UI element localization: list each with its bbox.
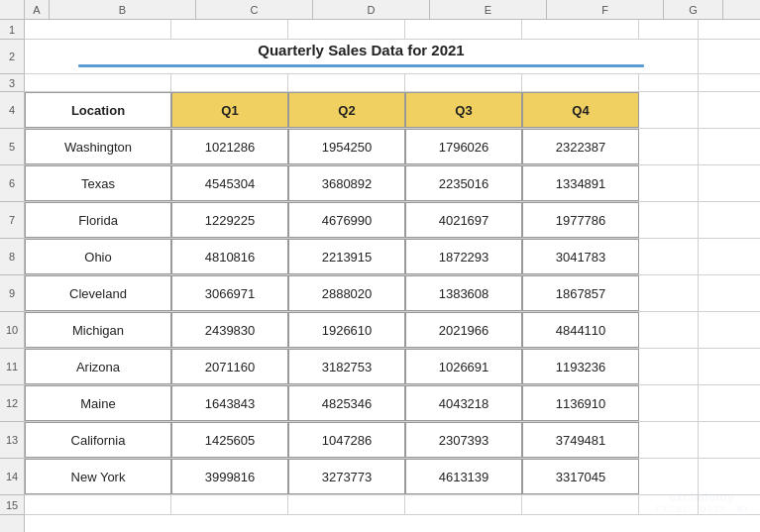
cell-e3[interactable]: [405, 74, 522, 91]
cell-c1[interactable]: [171, 20, 288, 39]
cell-q1-6[interactable]: 4545304: [171, 165, 288, 201]
cell-q1-8[interactable]: 4810816: [171, 239, 288, 274]
cell-q2-10[interactable]: 1926610: [288, 312, 405, 348]
cell-q1-13[interactable]: 1425605: [171, 422, 288, 458]
corner-cell: [0, 0, 25, 19]
cell-q2-14[interactable]: 3273773: [288, 459, 405, 494]
cell-location-10[interactable]: Michigan: [25, 312, 171, 348]
cell-q4-5[interactable]: 2322387: [522, 129, 639, 164]
cell-q1-10[interactable]: 2439830: [171, 312, 288, 348]
cell-q3-5[interactable]: 1796026: [405, 129, 522, 164]
grid-row-12: Maine 1643843 4825346 4043218 1136910: [25, 385, 760, 422]
cell-q3-10[interactable]: 2021966: [405, 312, 522, 348]
cell-q4-10[interactable]: 4844110: [522, 312, 639, 348]
cell-g6[interactable]: [639, 165, 699, 201]
cell-q1-14[interactable]: 3999816: [171, 459, 288, 494]
cell-f1[interactable]: [522, 20, 639, 39]
header-q2[interactable]: Q2: [288, 92, 405, 128]
cell-q4-12[interactable]: 1136910: [522, 385, 639, 421]
cell-location-6[interactable]: Texas: [25, 165, 171, 201]
row-num-2: 2: [0, 40, 24, 74]
cell-g4[interactable]: [639, 92, 699, 128]
cell-g7[interactable]: [639, 202, 699, 238]
cell-c3[interactable]: [171, 74, 288, 91]
col-header-f: F: [547, 0, 664, 19]
cell-q4-9[interactable]: 1867857: [522, 275, 639, 311]
header-q4[interactable]: Q4: [522, 92, 639, 128]
cell-q2-6[interactable]: 3680892: [288, 165, 405, 201]
cell-g12[interactable]: [639, 385, 699, 421]
cell-q2-13[interactable]: 1047286: [288, 422, 405, 458]
row-headers: 1 2 3 4 5 6 7 8 9 10 11 12 13 14 15: [0, 20, 25, 532]
cell-location-14[interactable]: New York: [25, 459, 171, 494]
cell-g13[interactable]: [639, 422, 699, 458]
cell-q1-7[interactable]: 1229225: [171, 202, 288, 238]
cell-q3-8[interactable]: 1872293: [405, 239, 522, 274]
cell-location-11[interactable]: Arizona: [25, 349, 171, 384]
cell-q1-12[interactable]: 1643843: [171, 385, 288, 421]
cell-q1-5[interactable]: 1021286: [171, 129, 288, 164]
cell-q2-11[interactable]: 3182753: [288, 349, 405, 384]
cell-d1[interactable]: [288, 20, 405, 39]
cell-f3[interactable]: [522, 74, 639, 91]
cell-q3-12[interactable]: 4043218: [405, 385, 522, 421]
cell-q2-12[interactable]: 4825346: [288, 385, 405, 421]
cell-g5[interactable]: [639, 129, 699, 164]
cell-location-9[interactable]: Cleveland: [25, 275, 171, 311]
watermark-logo: exclademy: [669, 489, 735, 504]
row-num-5: 5: [0, 129, 24, 165]
grid-row-3: [25, 74, 760, 92]
header-q3[interactable]: Q3: [405, 92, 522, 128]
cell-q3-7[interactable]: 4021697: [405, 202, 522, 238]
cell-f15[interactable]: [522, 495, 639, 514]
cell-q3-9[interactable]: 1383608: [405, 275, 522, 311]
cell-q2-5[interactable]: 1954250: [288, 129, 405, 164]
col-header-e: E: [430, 0, 547, 19]
cell-q4-7[interactable]: 1977786: [522, 202, 639, 238]
cell-q3-13[interactable]: 2307393: [405, 422, 522, 458]
cell-b3[interactable]: [25, 74, 171, 91]
row-num-9: 9: [0, 275, 24, 312]
cell-d3[interactable]: [288, 74, 405, 91]
cell-q2-8[interactable]: 2213915: [288, 239, 405, 274]
row-num-15: 15: [0, 495, 24, 515]
header-q1[interactable]: Q1: [171, 92, 288, 128]
cell-q4-14[interactable]: 3317045: [522, 459, 639, 494]
cell-g3[interactable]: [639, 74, 699, 91]
cell-g11[interactable]: [639, 349, 699, 384]
cell-q4-11[interactable]: 1193236: [522, 349, 639, 384]
data-rows-container: Washington 1021286 1954250 1796026 23223…: [25, 129, 760, 495]
cell-q2-9[interactable]: 2888020: [288, 275, 405, 311]
cell-location-13[interactable]: California: [25, 422, 171, 458]
cell-g1[interactable]: [639, 20, 699, 39]
cell-e15[interactable]: [405, 495, 522, 514]
cell-q3-6[interactable]: 2235016: [405, 165, 522, 201]
col-header-c: C: [196, 0, 313, 19]
cell-b1[interactable]: [25, 20, 171, 39]
watermark-tagline: EXCEL · DATA · BI: [655, 504, 748, 514]
row-num-12: 12: [0, 385, 24, 422]
cell-q4-6[interactable]: 1334891: [522, 165, 639, 201]
cell-q4-13[interactable]: 3749481: [522, 422, 639, 458]
cell-g10[interactable]: [639, 312, 699, 348]
grid-row-header: Location Q1 Q2 Q3 Q4: [25, 92, 760, 129]
cell-g9[interactable]: [639, 275, 699, 311]
cell-q1-9[interactable]: 3066971: [171, 275, 288, 311]
cell-location-12[interactable]: Maine: [25, 385, 171, 421]
cell-d15[interactable]: [288, 495, 405, 514]
cell-c15[interactable]: [171, 495, 288, 514]
cell-q3-11[interactable]: 1026691: [405, 349, 522, 384]
cell-e1[interactable]: [405, 20, 522, 39]
cell-b15[interactable]: [25, 495, 171, 514]
cell-location-8[interactable]: Ohio: [25, 239, 171, 274]
cell-g8[interactable]: [639, 239, 699, 274]
grid-row-11: Arizona 2071160 3182753 1026691 1193236: [25, 349, 760, 385]
cell-q3-14[interactable]: 4613139: [405, 459, 522, 494]
cell-q1-11[interactable]: 2071160: [171, 349, 288, 384]
header-location[interactable]: Location: [25, 92, 171, 128]
row-num-4: 4: [0, 92, 24, 129]
cell-q4-8[interactable]: 3041783: [522, 239, 639, 274]
cell-q2-7[interactable]: 4676990: [288, 202, 405, 238]
cell-location-7[interactable]: Florida: [25, 202, 171, 238]
cell-location-5[interactable]: Washington: [25, 129, 171, 164]
